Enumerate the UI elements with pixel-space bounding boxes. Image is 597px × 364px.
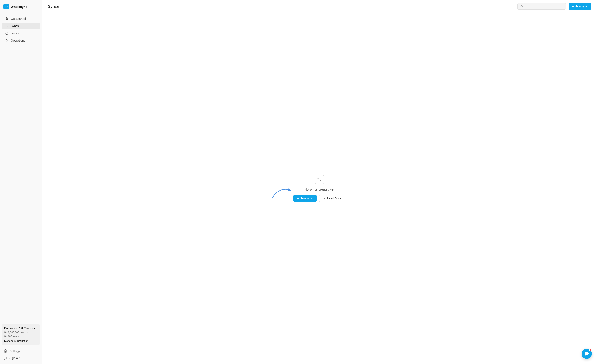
new-sync-button[interactable]: + New sync <box>569 3 591 10</box>
sidebar-item-label: Syncs <box>11 24 19 28</box>
main-content: Syncs + New sync No sync <box>42 0 597 364</box>
sidebar-item-signout[interactable]: Sign out <box>2 355 40 361</box>
search-box <box>518 3 566 10</box>
page-title: Syncs <box>48 4 59 9</box>
sidebar-item-label: Get Started <box>11 17 26 21</box>
arrow-decoration <box>268 183 293 200</box>
content-area: No syncs created yet + New sync ↗ Read D… <box>42 13 597 364</box>
search-input[interactable] <box>525 5 563 8</box>
svg-point-4 <box>521 5 523 7</box>
chat-badge <box>589 349 592 351</box>
empty-state-icon-box <box>315 175 324 184</box>
signout-icon <box>4 356 7 360</box>
empty-sync-icon <box>317 177 322 182</box>
logo-icon <box>3 4 9 9</box>
app-logo: Whalesync <box>0 0 42 13</box>
sidebar-item-settings[interactable]: Settings <box>2 348 40 355</box>
empty-state-message: No syncs created yet <box>305 188 334 191</box>
sync-icon <box>5 24 8 28</box>
topbar: Syncs + New sync <box>42 0 597 13</box>
topbar-right: + New sync <box>518 3 591 10</box>
sidebar-item-label: Issues <box>11 32 19 35</box>
search-icon <box>520 5 523 8</box>
read-docs-button[interactable]: ↗ Read Docs <box>319 195 346 202</box>
manage-subscription-link[interactable]: Manage Subscription <box>4 340 28 342</box>
sidebar-nav: Get Started Syncs Issues Oper <box>0 13 42 321</box>
rocket-icon <box>5 17 8 21</box>
sidebar-item-label: Operations <box>11 39 25 42</box>
sidebar-bottom: Business - 1M Records 0 / 1,000,000 reco… <box>0 321 42 364</box>
app-name: Whalesync <box>11 5 27 8</box>
plan-name: Business - 1M Records <box>4 326 37 330</box>
bolt-icon <box>5 39 8 42</box>
sidebar-item-operations[interactable]: Operations <box>2 37 40 44</box>
svg-line-5 <box>522 7 523 8</box>
sidebar: Whalesync Get Started Syncs <box>0 0 42 364</box>
svg-marker-6 <box>288 188 291 191</box>
clock-icon <box>5 32 8 35</box>
sidebar-item-get-started[interactable]: Get Started <box>2 15 40 22</box>
settings-label: Settings <box>9 349 20 353</box>
chat-icon <box>584 351 589 356</box>
plan-box: Business - 1M Records 0 / 1,000,000 reco… <box>2 324 40 345</box>
gear-icon <box>4 349 7 353</box>
signout-label: Sign out <box>9 356 20 360</box>
empty-state: No syncs created yet + New sync ↗ Read D… <box>293 175 346 202</box>
sidebar-item-issues[interactable]: Issues <box>2 30 40 37</box>
svg-point-2 <box>5 351 6 352</box>
plan-records: 0 / 1,000,000 records <box>4 331 37 335</box>
empty-new-sync-button[interactable]: + New sync <box>293 195 317 202</box>
chat-widget[interactable] <box>582 349 592 359</box>
empty-state-actions: + New sync ↗ Read Docs <box>293 195 346 202</box>
svg-point-0 <box>7 18 7 19</box>
sidebar-item-syncs[interactable]: Syncs <box>2 23 40 29</box>
plan-syncs: 0 / 100 syncs <box>4 335 37 339</box>
